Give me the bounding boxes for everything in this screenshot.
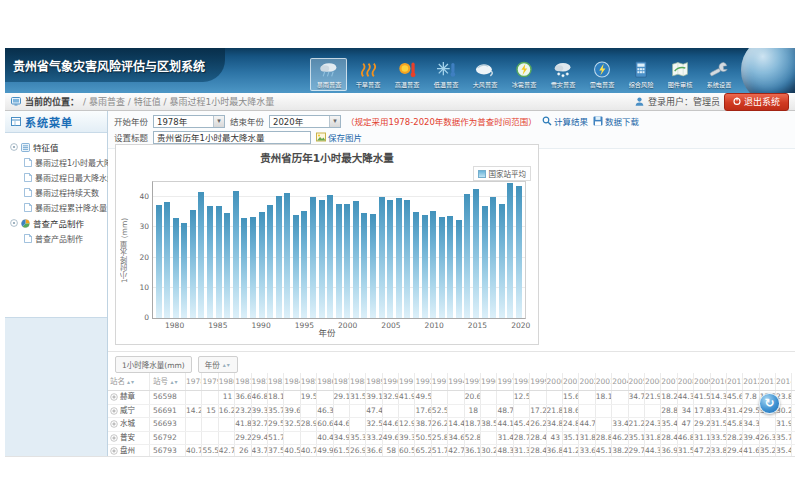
tree-item-0-0[interactable]: 暴雨过程1小时最大降水量 xyxy=(8,155,104,170)
nav-item-settings[interactable]: 系统设置 xyxy=(700,58,737,91)
value-cell: 29.4 xyxy=(252,432,268,445)
column-header-year[interactable]: 1983 xyxy=(268,373,284,390)
column-header-year[interactable]: 1982 xyxy=(252,373,268,390)
value-field-chip[interactable]: 1小时降水量(mm) xyxy=(115,356,192,373)
end-year-label: 结束年份 xyxy=(230,115,264,127)
refresh-float-button[interactable]: ↻ xyxy=(759,393,780,414)
column-header-year[interactable]: 2011 xyxy=(727,373,743,390)
column-header-year[interactable]: 1980 xyxy=(219,373,235,390)
column-header-year[interactable]: 1993 xyxy=(432,373,448,390)
calculate-button[interactable]: 计算结果 xyxy=(542,115,588,127)
column-header-year[interactable]: 2000 xyxy=(547,373,563,390)
column-header-year[interactable]: 2007 xyxy=(661,373,677,390)
nav-item-hightemp[interactable]: 高温普查 xyxy=(388,58,425,91)
column-header-year[interactable]: 2008 xyxy=(678,373,694,390)
value-cell: 44.6 xyxy=(334,418,350,431)
column-header-year[interactable]: 1985 xyxy=(301,373,317,390)
column-header-year[interactable]: 1988 xyxy=(350,373,366,390)
chevron-down-icon[interactable]: ▾ xyxy=(329,116,340,127)
nav-item-snow[interactable]: 雪灾普查 xyxy=(544,58,581,91)
drought-icon xyxy=(357,61,379,78)
sort-arrows-icon[interactable]: ▴▾ xyxy=(170,378,178,385)
value-cell: 38.2 xyxy=(612,445,628,456)
column-header-year[interactable]: 2005 xyxy=(629,373,645,390)
column-header-year[interactable]: 1986 xyxy=(317,373,333,390)
column-header-year[interactable]: 1995 xyxy=(465,373,481,390)
column-header-year[interactable]: 2010 xyxy=(711,373,727,390)
column-header-year[interactable]: 2006 xyxy=(645,373,661,390)
station-name-cell: 盘州 xyxy=(108,445,150,456)
column-header-year[interactable]: 1996 xyxy=(481,373,497,390)
column-header-year[interactable]: 2012 xyxy=(743,373,759,390)
tree-item-0-2[interactable]: 暴雨过程持续天数 xyxy=(8,185,104,200)
tree-item-0-3[interactable]: 暴雨过程累计降水量 xyxy=(8,200,104,215)
column-header-year[interactable]: 1979 xyxy=(202,373,218,390)
column-header-year[interactable]: 1989 xyxy=(366,373,382,390)
end-year-select[interactable]: 2020年 ▾ xyxy=(269,115,341,128)
chevron-down-icon[interactable]: ▾ xyxy=(213,116,224,127)
year-field-chip[interactable]: 年份 ▴▾ xyxy=(198,356,238,373)
user-icon xyxy=(635,97,644,106)
column-header-year[interactable]: 2009 xyxy=(694,373,710,390)
expand-row-icon[interactable] xyxy=(110,447,118,455)
column-header-year[interactable]: 1997 xyxy=(497,373,513,390)
y-tick-label: 20 xyxy=(139,253,149,262)
y-tick-label: 30 xyxy=(139,222,149,231)
nav-item-gale[interactable]: 大风普查 xyxy=(466,58,503,91)
value-cell: 58 xyxy=(383,445,399,456)
value-cell xyxy=(284,391,300,404)
column-header-station-id[interactable]: 站号 ▴▾ xyxy=(150,373,186,390)
bar-1992 xyxy=(276,196,282,318)
tree-group-1[interactable]: 普查产品制作 xyxy=(8,215,104,231)
nav-item-drought[interactable]: 干旱普查 xyxy=(349,58,386,91)
column-header-year[interactable]: 1994 xyxy=(448,373,464,390)
column-header-year[interactable]: 1999 xyxy=(530,373,546,390)
value-cell: 45.4 xyxy=(514,418,530,431)
column-header-year[interactable]: 2014 xyxy=(776,373,792,390)
download-label: 数据下载 xyxy=(605,115,639,127)
logout-button[interactable]: 退出系统 xyxy=(724,93,789,111)
tree-item-0-1[interactable]: 暴雨过程日最大降水量 xyxy=(8,170,104,185)
value-cell: 49.5 xyxy=(415,391,431,404)
column-header-year[interactable]: 2001 xyxy=(563,373,579,390)
sort-arrows-icon[interactable]: ▴▾ xyxy=(223,361,231,368)
column-header-year[interactable]: 1978 xyxy=(186,373,202,390)
column-header-year[interactable]: 1998 xyxy=(514,373,530,390)
nav-item-mapreview[interactable]: 图件审核 xyxy=(661,58,698,91)
column-header-year[interactable]: 2002 xyxy=(579,373,595,390)
chart-panel: 贵州省历年1小时最大降水量 国家站平均 1小时降水量 (mm) 01020304… xyxy=(115,144,539,345)
chart-title-input[interactable] xyxy=(153,131,311,144)
column-header-year[interactable]: 2013 xyxy=(760,373,776,390)
start-year-select[interactable]: 1978年 ▾ xyxy=(153,115,225,128)
download-button[interactable]: 数据下载 xyxy=(593,115,639,127)
value-cell xyxy=(481,432,497,445)
sort-arrows-icon[interactable]: ▴▾ xyxy=(127,373,135,390)
tree-item-1-0[interactable]: 普查产品制作 xyxy=(8,231,104,246)
bar-1978 xyxy=(156,205,162,318)
nav-item-lowtemp[interactable]: 低温普查 xyxy=(427,58,464,91)
expand-row-icon[interactable] xyxy=(110,434,118,442)
column-header-year[interactable]: 1987 xyxy=(334,373,350,390)
expand-row-icon[interactable] xyxy=(110,393,118,401)
column-header-year[interactable]: 1984 xyxy=(284,373,300,390)
value-cell: 29.2 xyxy=(694,418,710,431)
nav-item-composite[interactable]: 综合风险 xyxy=(622,58,659,91)
tree-group-0[interactable]: 特征值 xyxy=(8,139,104,155)
column-header-year[interactable]: 2004 xyxy=(612,373,628,390)
column-header-year[interactable]: 1991 xyxy=(399,373,415,390)
tree-toggle-icon[interactable] xyxy=(10,143,18,151)
column-header-station[interactable]: 站名▴▾ xyxy=(108,373,150,390)
value-cell: 41.5 xyxy=(694,391,710,404)
nav-item-hail[interactable]: 冰雹普查 xyxy=(505,58,542,91)
save-image-button[interactable]: 保存图片 xyxy=(316,131,362,143)
low-temp-icon xyxy=(435,61,457,78)
column-header-year[interactable]: 2003 xyxy=(596,373,612,390)
column-header-year[interactable]: 1990 xyxy=(383,373,399,390)
expand-row-icon[interactable] xyxy=(110,420,118,428)
column-header-year[interactable]: 1981 xyxy=(235,373,251,390)
expand-row-icon[interactable] xyxy=(110,407,118,415)
nav-item-lightning[interactable]: 雷电普查 xyxy=(583,58,620,91)
nav-item-rainstorm[interactable]: 暴雨普查 xyxy=(310,58,347,91)
tree-toggle-icon[interactable] xyxy=(10,219,18,227)
column-header-year[interactable]: 1992 xyxy=(415,373,431,390)
